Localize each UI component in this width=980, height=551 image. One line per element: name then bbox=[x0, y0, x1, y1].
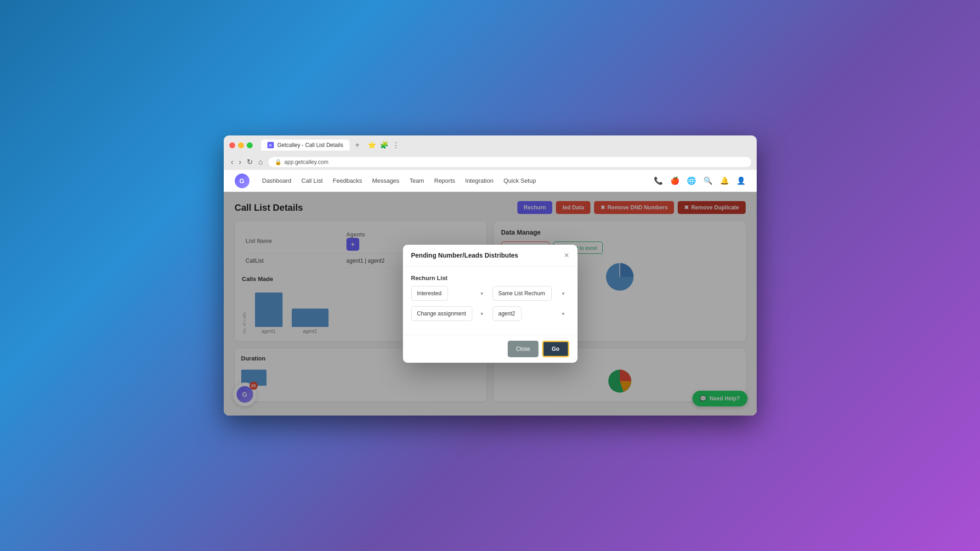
menu-icon[interactable]: ⋮ bbox=[392, 141, 399, 149]
nav-item-quicksetup[interactable]: Quick Setup bbox=[504, 177, 536, 184]
modal-title: Pending Number/Leads Distributes bbox=[411, 252, 518, 259]
rechurn-list-label: Rechurn List bbox=[411, 275, 569, 281]
traffic-lights bbox=[229, 142, 253, 148]
address-bar-row: ‹ › ↻ ⌂ 🔒 app.getcalley.com bbox=[229, 154, 751, 170]
interested-select[interactable]: Interested bbox=[411, 286, 448, 301]
url-text: app.getcalley.com bbox=[284, 159, 329, 165]
forward-button[interactable]: › bbox=[237, 157, 243, 167]
address-bar[interactable]: 🔒 app.getcalley.com bbox=[268, 157, 751, 167]
form-row-2: Change assignment agent2 bbox=[411, 306, 569, 321]
browser-controls: G Getcalley - Call List Details + ⭐ 🧩 ⋮ bbox=[229, 139, 751, 151]
new-tab-button[interactable]: + bbox=[351, 139, 363, 151]
close-window-button[interactable] bbox=[229, 142, 235, 148]
home-button[interactable]: ⌂ bbox=[256, 157, 265, 167]
user-icon[interactable]: 👤 bbox=[736, 176, 746, 185]
change-assignment-wrapper: Change assignment bbox=[411, 306, 488, 321]
search-icon[interactable]: 🔍 bbox=[703, 176, 713, 185]
nav-item-team[interactable]: Team bbox=[409, 177, 424, 184]
agent-select[interactable]: agent2 bbox=[493, 306, 521, 321]
app-logo: G bbox=[235, 174, 249, 188]
nav-item-feedbacks[interactable]: Feedbacks bbox=[333, 177, 362, 184]
same-list-select[interactable]: Same List Rechurn bbox=[493, 286, 552, 301]
go-button[interactable]: Go bbox=[542, 341, 569, 357]
interested-select-wrapper: Interested bbox=[411, 286, 488, 301]
page-area: Call List Details Rechurn Ied Data ✖ Rem… bbox=[224, 192, 757, 416]
nav-item-calllist[interactable]: Call List bbox=[301, 177, 323, 184]
change-assignment-select[interactable]: Change assignment bbox=[411, 306, 472, 321]
tab-favicon: G bbox=[267, 142, 274, 148]
bookmark-icon[interactable]: ⭐ bbox=[368, 141, 376, 149]
nav-item-reports[interactable]: Reports bbox=[434, 177, 455, 184]
nav-right-icons: 📞 🍎 🌐 🔍 🔔 👤 bbox=[654, 176, 746, 185]
nav-buttons: ‹ › ↻ ⌂ bbox=[229, 157, 265, 167]
minimize-window-button[interactable] bbox=[238, 142, 244, 148]
modal-header: Pending Number/Leads Distributes × bbox=[403, 245, 578, 266]
modal-overlay: Pending Number/Leads Distributes × Rechu… bbox=[224, 192, 757, 416]
form-row-1: Interested Same List Rechurn bbox=[411, 286, 569, 301]
apple-icon[interactable]: 🍎 bbox=[670, 176, 680, 185]
phone-icon[interactable]: 📞 bbox=[654, 176, 663, 185]
logo-text: G bbox=[239, 177, 244, 185]
modal-dialog: Pending Number/Leads Distributes × Rechu… bbox=[403, 245, 578, 363]
navbar: G Dashboard Call List Feedbacks Messages… bbox=[224, 170, 757, 192]
modal-body: Rechurn List Interested Same List Rechur… bbox=[403, 266, 578, 335]
browser-chrome: G Getcalley - Call List Details + ⭐ 🧩 ⋮ … bbox=[224, 135, 757, 170]
modal-close-button[interactable]: × bbox=[564, 251, 569, 259]
browser-window: G Getcalley - Call List Details + ⭐ 🧩 ⋮ … bbox=[224, 135, 757, 416]
extension-icon[interactable]: 🧩 bbox=[380, 141, 389, 149]
back-button[interactable]: ‹ bbox=[229, 157, 235, 167]
nav-links: Dashboard Call List Feedbacks Messages T… bbox=[262, 177, 536, 184]
lock-icon: 🔒 bbox=[275, 159, 282, 165]
bell-icon[interactable]: 🔔 bbox=[720, 176, 729, 185]
nav-item-integration[interactable]: Integration bbox=[465, 177, 493, 184]
browser-toolbar-icons: ⭐ 🧩 ⋮ bbox=[368, 141, 399, 149]
close-modal-button[interactable]: Close bbox=[508, 341, 538, 357]
app-content: G Dashboard Call List Feedbacks Messages… bbox=[224, 170, 757, 416]
nav-item-messages[interactable]: Messages bbox=[372, 177, 399, 184]
maximize-window-button[interactable] bbox=[247, 142, 253, 148]
reload-button[interactable]: ↻ bbox=[245, 157, 255, 167]
same-list-select-wrapper: Same List Rechurn bbox=[493, 286, 569, 301]
browser-tab[interactable]: G Getcalley - Call List Details bbox=[261, 140, 350, 151]
modal-footer: Close Go bbox=[403, 335, 578, 363]
nav-item-dashboard[interactable]: Dashboard bbox=[262, 177, 292, 184]
globe-icon[interactable]: 🌐 bbox=[687, 176, 696, 185]
agent-select-wrapper: agent2 bbox=[493, 306, 569, 321]
tab-label: Getcalley - Call List Details bbox=[278, 142, 343, 148]
tab-bar: G Getcalley - Call List Details + bbox=[261, 139, 363, 151]
